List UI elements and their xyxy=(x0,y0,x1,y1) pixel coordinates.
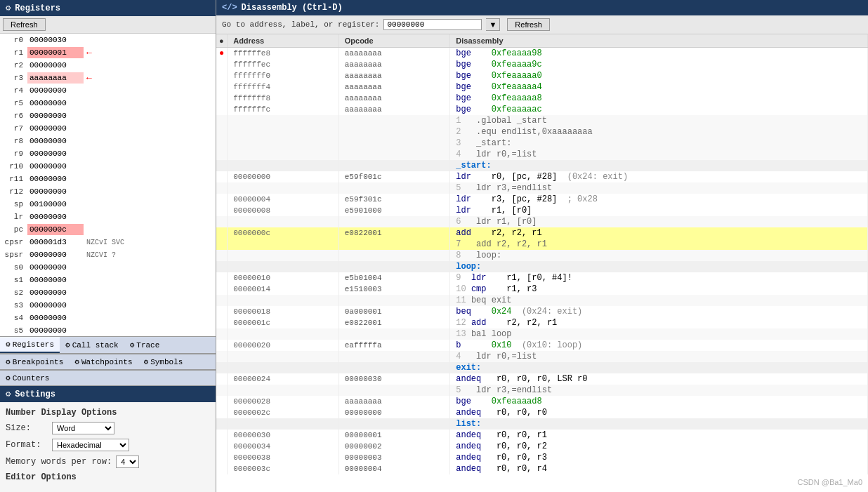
bp-cell[interactable] xyxy=(216,317,228,328)
bp-cell[interactable] xyxy=(216,250,228,261)
bp-cell[interactable] xyxy=(216,396,228,407)
register-value-s4[interactable] xyxy=(27,312,84,324)
mem-per-row-select[interactable]: 4 1 2 8 xyxy=(116,456,139,468)
register-value-r4[interactable] xyxy=(27,85,84,96)
register-value-r0[interactable] xyxy=(27,34,84,46)
register-value-r10[interactable] xyxy=(27,161,84,172)
table-row[interactable]: 00000038 00000003 andeq r0, r0, r3 xyxy=(216,452,868,463)
bp-cell[interactable] xyxy=(216,194,228,205)
bp-cell[interactable] xyxy=(216,126,228,138)
registers-refresh-button[interactable]: Refresh xyxy=(3,18,46,31)
bp-cell[interactable] xyxy=(216,407,228,418)
tab-registers[interactable]: ⚙ Registers xyxy=(0,337,60,353)
bp-cell[interactable] xyxy=(216,340,228,351)
table-row[interactable]: 00000020 eafffffa b 0x10 (0x10: loop) xyxy=(216,340,868,351)
register-value-lr[interactable] xyxy=(27,211,84,222)
opcode-cell: e59f301c xyxy=(338,194,450,205)
register-value-r7[interactable] xyxy=(27,123,84,134)
bp-cell[interactable]: ● xyxy=(216,48,228,60)
register-value-r11[interactable] xyxy=(27,173,84,185)
bp-cell[interactable] xyxy=(216,115,228,126)
bp-cell[interactable] xyxy=(216,418,228,430)
bp-cell[interactable] xyxy=(216,362,228,373)
register-value-r3[interactable] xyxy=(27,72,84,84)
register-value-r1[interactable] xyxy=(27,47,84,58)
table-row[interactable]: fffffff8 aaaaaaaa bge 0xfeaaaaa8 xyxy=(216,93,868,104)
register-value-r12[interactable] xyxy=(27,186,84,197)
table-row[interactable]: fffffffc aaaaaaaa bge 0xfeaaaaac xyxy=(216,104,868,115)
table-row[interactable]: 0000002c 00000000 andeq r0, r0, r0 xyxy=(216,407,868,418)
table-row[interactable]: fffffff0 aaaaaaaa bge 0xfeaaaaa0 xyxy=(216,70,868,81)
goto-dropdown-button[interactable]: ▼ xyxy=(486,18,500,31)
table-row[interactable]: ffffffec aaaaaaaa bge 0xfeaaaa9c xyxy=(216,59,868,70)
goto-input[interactable] xyxy=(383,19,482,30)
table-row[interactable]: 00000004 e59f301c ldr r3, [pc, #28] ; 0x… xyxy=(216,194,868,205)
table-row-current[interactable]: 0000000c e0822001 add r2, r2, r1 xyxy=(216,227,868,239)
tab-breakpoints[interactable]: ⚙ Breakpoints xyxy=(0,354,69,369)
register-value-sp[interactable] xyxy=(27,199,84,210)
register-value-r6[interactable] xyxy=(27,110,84,121)
bp-cell[interactable] xyxy=(216,93,228,104)
table-row[interactable]: 0000001c e0822001 12 add r2, r2, r1 xyxy=(216,317,868,328)
bp-cell[interactable] xyxy=(216,441,228,452)
bp-cell[interactable] xyxy=(216,430,228,441)
register-value-r9[interactable] xyxy=(27,148,84,159)
register-value-r2[interactable] xyxy=(27,60,84,71)
disasm-table-wrapper[interactable]: ● Address Opcode Disassembly ● ffffffe8 … xyxy=(216,34,868,492)
bp-cell[interactable] xyxy=(216,306,228,317)
tab-trace[interactable]: ⚙ Trace xyxy=(124,337,166,353)
bp-cell[interactable] xyxy=(216,59,228,70)
bp-cell[interactable] xyxy=(216,261,228,272)
table-row[interactable]: 00000008 e5901000 ldr r1, [r0] xyxy=(216,205,868,216)
disasm-refresh-button[interactable]: Refresh xyxy=(507,18,550,31)
table-row[interactable]: 00000000 e59f001c ldr r0, [pc, #28] (0x2… xyxy=(216,171,868,182)
tab-call-stack[interactable]: ⚙ Call stack xyxy=(60,337,124,353)
bp-cell[interactable] xyxy=(216,295,228,306)
tab-watchpoints[interactable]: ⚙ Watchpoints xyxy=(69,354,138,369)
register-value-cpsr[interactable] xyxy=(27,237,84,248)
bp-cell[interactable] xyxy=(216,104,228,115)
bp-cell[interactable] xyxy=(216,160,228,171)
register-value-s0[interactable] xyxy=(27,262,84,273)
bp-cell[interactable] xyxy=(216,227,228,239)
bp-cell[interactable] xyxy=(216,351,228,362)
table-row[interactable]: 00000030 00000001 andeq r0, r0, r1 xyxy=(216,430,868,441)
table-row[interactable]: 00000014 e1510003 10 cmp r1, r3 xyxy=(216,284,868,295)
register-value-spsr[interactable] xyxy=(27,249,84,260)
bp-cell[interactable] xyxy=(216,182,228,194)
bp-cell[interactable] xyxy=(216,205,228,216)
bp-cell[interactable] xyxy=(216,81,228,93)
bp-cell[interactable] xyxy=(216,171,228,182)
bp-cell[interactable] xyxy=(216,138,228,149)
bp-cell[interactable] xyxy=(216,373,228,385)
register-value-pc[interactable] xyxy=(27,224,84,235)
register-value-s2[interactable] xyxy=(27,287,84,298)
table-row[interactable]: 00000010 e5b01004 9 ldr r1, [r0, #4]! xyxy=(216,272,868,284)
register-value-r5[interactable] xyxy=(27,98,84,109)
format-select[interactable]: Hexadecimal Binary Octal Decimal xyxy=(52,439,129,451)
register-value-r8[interactable] xyxy=(27,135,84,147)
bp-cell[interactable] xyxy=(216,216,228,227)
table-row[interactable]: 00000024 00000030 andeq r0, r0, r0, LSR … xyxy=(216,373,868,385)
table-row[interactable]: fffffff4 aaaaaaaa bge 0xfeaaaaa4 xyxy=(216,81,868,93)
register-value-s5[interactable] xyxy=(27,325,84,336)
tab-counters[interactable]: ⚙ Counters xyxy=(0,371,55,385)
bp-cell[interactable] xyxy=(216,272,228,284)
table-row[interactable]: ● ffffffe8 aaaaaaaa bge 0xfeaaaa98 xyxy=(216,48,868,60)
table-row[interactable]: 00000034 00000002 andeq r0, r0, r2 xyxy=(216,441,868,452)
size-select[interactable]: Word Byte Half-word Double-word xyxy=(52,422,114,434)
register-value-s1[interactable] xyxy=(27,274,84,286)
tab-symbols[interactable]: ⚙ Symbols xyxy=(138,354,189,369)
table-row[interactable]: 00000028 aaaaaaaa bge 0xfeaaaad8 xyxy=(216,396,868,407)
register-value-s3[interactable] xyxy=(27,300,84,311)
bp-cell[interactable] xyxy=(216,385,228,396)
bp-cell[interactable] xyxy=(216,328,228,340)
bp-cell[interactable] xyxy=(216,239,228,250)
table-row[interactable]: 00000018 0a000001 beq 0x24 (0x24: exit) xyxy=(216,306,868,317)
table-row[interactable]: 0000003c 00000004 andeq r0, r0, r4 xyxy=(216,463,868,474)
bp-cell[interactable] xyxy=(216,452,228,463)
bp-cell[interactable] xyxy=(216,463,228,474)
bp-cell[interactable] xyxy=(216,70,228,81)
bp-cell[interactable] xyxy=(216,284,228,295)
bp-cell[interactable] xyxy=(216,149,228,160)
